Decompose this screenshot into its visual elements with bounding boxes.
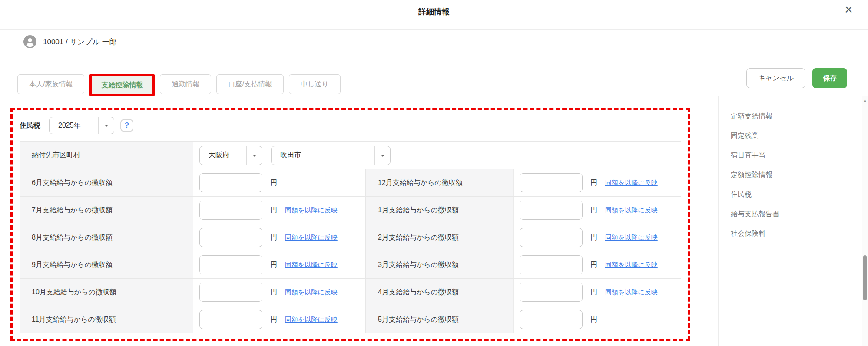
row-input-cell-left: 円 同額を以降に反映 [193, 251, 366, 278]
amount-input-right[interactable] [520, 255, 583, 274]
row-label-left: 7月支給給与からの徴収額 [20, 197, 193, 224]
tab-0[interactable]: 本人/家族情報 [17, 74, 84, 94]
amount-input-left[interactable] [199, 283, 262, 302]
chevron-down-icon [374, 146, 390, 165]
copy-forward-link-left[interactable]: 同額を以降に反映 [285, 234, 338, 242]
row-label-left: 11月支給給与からの徴収額 [20, 306, 193, 333]
tax-table-row: 10月支給給与からの徴収額 円 同額を以降に反映 4月支給給与からの徴収額 円 … [20, 279, 681, 306]
tab-bar: 本人/家族情報支給控除情報通勤情報口座/支払情報申し送り キャンセル 保存 [0, 54, 868, 96]
row-label-right: 4月支給給与からの徴収額 [366, 279, 514, 306]
scroll-up-icon[interactable]: ▲ [862, 98, 868, 102]
employee-name: 10001 / サンプル 一郎 [43, 37, 117, 47]
amount-input-left[interactable] [199, 228, 262, 247]
amount-input-right[interactable] [520, 228, 583, 247]
row-input-cell-left: 円 同額を以降に反映 [193, 197, 366, 224]
tab-4[interactable]: 申し送り [289, 74, 341, 94]
row-input-cell-right: 円 同額を以降に反映 [514, 251, 681, 278]
tax-table-row: 7月支給給与からの徴収額 円 同額を以降に反映 1月支給給与からの徴収額 円 同… [20, 197, 681, 224]
amount-input-right[interactable] [520, 201, 583, 220]
row-input-cell-left: 円 同額を以降に反映 [193, 306, 366, 333]
prefecture-select[interactable]: 大阪府 [199, 146, 262, 165]
close-icon[interactable]: ✕ [844, 4, 853, 15]
tax-rows: 6月支給給与からの徴収額 円 同額を以降に反映 12月支給給与からの徴収額 円 … [20, 169, 681, 333]
tax-table-row: 9月支給給与からの徴収額 円 同額を以降に反映 3月支給給与からの徴収額 円 同… [20, 251, 681, 279]
row-label-right: 2月支給給与からの徴収額 [366, 224, 514, 251]
side-nav-item[interactable]: 宿日直手当 [731, 146, 862, 165]
form-area: 住民税 2025年 ? 納付先市区町村 大阪府 吹田 [0, 96, 718, 346]
unit-label: 円 [590, 315, 597, 324]
unit-label: 円 [270, 206, 277, 215]
scrollbar[interactable]: ▲ [862, 96, 868, 346]
scrollbar-thumb[interactable] [863, 255, 867, 300]
tab-list: 本人/家族情報支給控除情報通勤情報口座/支払情報申し送り [17, 74, 341, 96]
tab-2[interactable]: 通勤情報 [160, 74, 211, 94]
copy-forward-link-right[interactable]: 同額を以降に反映 [605, 234, 658, 242]
row-input-cell-right: 円 同額を以降に反映 [514, 306, 681, 333]
save-button[interactable]: 保存 [812, 68, 847, 88]
annotation-dashed-box: 住民税 2025年 ? 納付先市区町村 大阪府 吹田 [10, 108, 690, 341]
modal-title: 詳細情報 [418, 7, 450, 17]
tab-1-active[interactable]: 支給控除情報 [89, 74, 155, 96]
city-value: 吹田市 [272, 146, 374, 165]
copy-forward-link-left[interactable]: 同額を以降に反映 [285, 316, 338, 324]
amount-input-left[interactable] [199, 201, 262, 220]
unit-label: 円 [270, 260, 277, 270]
copy-forward-link-left[interactable]: 同額を以降に反映 [285, 261, 338, 269]
row-label-right: 12月支給給与からの徴収額 [366, 169, 514, 196]
help-icon[interactable]: ? [120, 119, 133, 132]
modal-header: 詳細情報 ✕ [0, 0, 868, 30]
unit-label: 円 [590, 206, 597, 215]
side-nav-item[interactable]: 定額控除情報 [731, 165, 862, 185]
unit-label: 円 [590, 178, 597, 188]
row-label-right: 5月支給給与からの徴収額 [366, 306, 514, 333]
tax-year-value: 2025年 [50, 117, 98, 134]
side-nav-item[interactable]: 住民税 [731, 185, 862, 204]
tax-year-select[interactable]: 2025年 [49, 117, 114, 134]
row-label-left: 9月支給給与からの徴収額 [20, 251, 193, 278]
resident-tax-section-label: 住民税 [20, 121, 40, 130]
copy-forward-link-right[interactable]: 同額を以降に反映 [605, 261, 658, 269]
user-avatar-icon [23, 35, 36, 48]
side-nav-item[interactable]: 給与支払報告書 [731, 204, 862, 224]
amount-input-left[interactable] [199, 255, 262, 274]
cancel-button[interactable]: キャンセル [746, 68, 805, 88]
prefecture-value: 大阪府 [200, 146, 246, 165]
unit-label: 円 [590, 288, 597, 297]
unit-label: 円 [270, 178, 277, 188]
copy-forward-link-right[interactable]: 同額を以降に反映 [605, 288, 658, 297]
row-input-cell-right: 円 同額を以降に反映 [514, 279, 681, 306]
amount-input-right[interactable] [520, 310, 583, 329]
tax-table-row: 11月支給給与からの徴収額 円 同額を以降に反映 5月支給給与からの徴収額 円 … [20, 306, 681, 333]
row-input-cell-right: 円 同額を以降に反映 [514, 224, 681, 251]
copy-forward-link-left[interactable]: 同額を以降に反映 [285, 206, 338, 214]
employee-bar: 10001 / サンプル 一郎 [0, 30, 868, 54]
amount-input-right[interactable] [520, 283, 583, 302]
unit-label: 円 [270, 315, 277, 324]
row-label-left: 8月支給給与からの徴収額 [20, 224, 193, 251]
copy-forward-link-right[interactable]: 同額を以降に反映 [605, 206, 658, 214]
side-nav-item[interactable]: 定額支給情報 [731, 107, 862, 126]
unit-label: 円 [590, 233, 597, 242]
resident-tax-table: 納付先市区町村 大阪府 吹田市 6月支給給与からの徴収額 [20, 141, 681, 333]
row-input-cell-left: 円 同額を以降に反映 [193, 169, 366, 196]
chevron-down-icon [246, 146, 262, 165]
resident-tax-year-row: 住民税 2025年 ? [20, 116, 681, 135]
municipality-row: 納付先市区町村 大阪府 吹田市 [20, 142, 681, 169]
row-input-cell-left: 円 同額を以降に反映 [193, 224, 366, 251]
row-input-cell-right: 円 同額を以降に反映 [514, 169, 681, 196]
row-input-cell-left: 円 同額を以降に反映 [193, 279, 366, 306]
tab-3[interactable]: 口座/支払情報 [216, 74, 283, 94]
amount-input-left[interactable] [199, 310, 262, 329]
amount-input-right[interactable] [520, 173, 583, 192]
row-label-left: 6月支給給与からの徴収額 [20, 169, 193, 196]
copy-forward-link-right[interactable]: 同額を以降に反映 [605, 179, 658, 187]
tax-table-row: 6月支給給与からの徴収額 円 同額を以降に反映 12月支給給与からの徴収額 円 … [20, 169, 681, 197]
chevron-down-icon [98, 117, 114, 134]
city-select[interactable]: 吹田市 [271, 146, 391, 165]
side-nav-item[interactable]: 固定残業 [731, 126, 862, 146]
amount-input-left[interactable] [199, 173, 262, 192]
unit-label: 円 [590, 260, 597, 270]
copy-forward-link-left[interactable]: 同額を以降に反映 [285, 288, 338, 297]
side-nav-item[interactable]: 社会保険料 [731, 224, 862, 244]
action-buttons: キャンセル 保存 [746, 68, 847, 88]
